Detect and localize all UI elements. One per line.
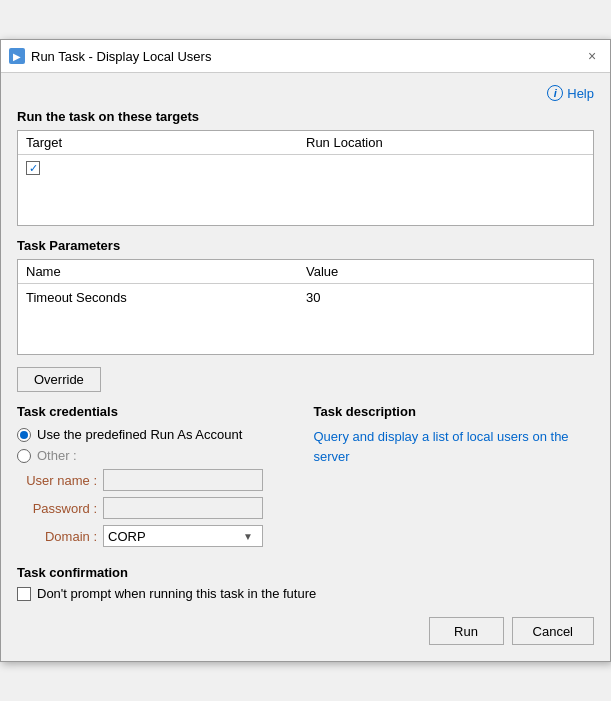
targets-table-header: Target Run Location <box>18 131 593 155</box>
confirmation-checkbox-row: Don't prompt when running this task in t… <box>17 586 594 601</box>
domain-row: Domain : CORP ▼ <box>17 525 298 547</box>
param-value-cell: 30 <box>306 290 585 305</box>
override-button[interactable]: Override <box>17 367 101 392</box>
main-window: ▶ Run Task - Display Local Users × i Hel… <box>0 39 611 662</box>
radio-other[interactable] <box>17 449 31 463</box>
description-text-part1: Query and display a list of local users <box>314 429 533 444</box>
targets-section-title: Run the task on these targets <box>17 109 594 124</box>
title-bar: ▶ Run Task - Display Local Users × <box>1 40 610 73</box>
username-input[interactable] <box>103 469 263 491</box>
run-button[interactable]: Run <box>429 617 504 645</box>
description-title: Task description <box>314 404 595 419</box>
run-location-cell <box>306 161 585 175</box>
run-location-col-header: Run Location <box>306 135 585 150</box>
radio-predefined-dot <box>20 431 28 439</box>
two-col-section: Task credentials Use the predefined Run … <box>17 404 594 553</box>
radio-predefined-row: Use the predefined Run As Account <box>17 427 298 442</box>
parameters-section-title: Task Parameters <box>17 238 594 253</box>
help-link[interactable]: i Help <box>17 85 594 101</box>
content-area: i Help Run the task on these targets Tar… <box>1 73 610 661</box>
password-input[interactable] <box>103 497 263 519</box>
window-title: Run Task - Display Local Users <box>31 49 576 64</box>
credentials-section: Task credentials Use the predefined Run … <box>17 404 298 553</box>
table-row <box>26 159 585 177</box>
radio-predefined[interactable] <box>17 428 31 442</box>
name-col-header: Name <box>26 264 306 279</box>
help-label: Help <box>567 86 594 101</box>
password-label: Password : <box>17 501 97 516</box>
domain-label: Domain : <box>17 529 97 544</box>
button-row: Run Cancel <box>17 617 594 645</box>
confirmation-title: Task confirmation <box>17 565 594 580</box>
table-row: Timeout Seconds 30 <box>26 288 585 307</box>
param-name-cell: Timeout Seconds <box>26 290 306 305</box>
password-row: Password : <box>17 497 298 519</box>
targets-table: Target Run Location <box>17 130 594 226</box>
confirmation-checkbox-label: Don't prompt when running this task in t… <box>37 586 316 601</box>
help-icon: i <box>547 85 563 101</box>
targets-section: Run the task on these targets Target Run… <box>17 109 594 226</box>
description-text-highlight: on <box>532 429 546 444</box>
domain-select[interactable]: CORP <box>103 525 263 547</box>
cancel-button[interactable]: Cancel <box>512 617 594 645</box>
parameters-table-body: Timeout Seconds 30 <box>18 284 593 354</box>
username-label: User name : <box>17 473 97 488</box>
close-button[interactable]: × <box>582 46 602 66</box>
target-col-header: Target <box>26 135 306 150</box>
parameters-table-header: Name Value <box>18 260 593 284</box>
domain-dropdown-wrapper: CORP ▼ <box>103 525 253 547</box>
parameters-table: Name Value Timeout Seconds 30 <box>17 259 594 355</box>
value-col-header: Value <box>306 264 585 279</box>
description-section: Task description Query and display a lis… <box>314 404 595 553</box>
parameters-section: Task Parameters Name Value Timeout Secon… <box>17 238 594 355</box>
credentials-title: Task credentials <box>17 404 298 419</box>
targets-table-body <box>18 155 593 225</box>
description-text: Query and display a list of local users … <box>314 427 595 466</box>
window-icon: ▶ <box>9 48 25 64</box>
confirmation-checkbox[interactable] <box>17 587 31 601</box>
radio-other-label: Other : <box>37 448 77 463</box>
target-cell <box>26 161 306 175</box>
radio-predefined-label: Use the predefined Run As Account <box>37 427 242 442</box>
confirmation-section: Task confirmation Don't prompt when runn… <box>17 565 594 601</box>
radio-other-row: Other : <box>17 448 298 463</box>
username-row: User name : <box>17 469 298 491</box>
target-checkbox[interactable] <box>26 161 40 175</box>
